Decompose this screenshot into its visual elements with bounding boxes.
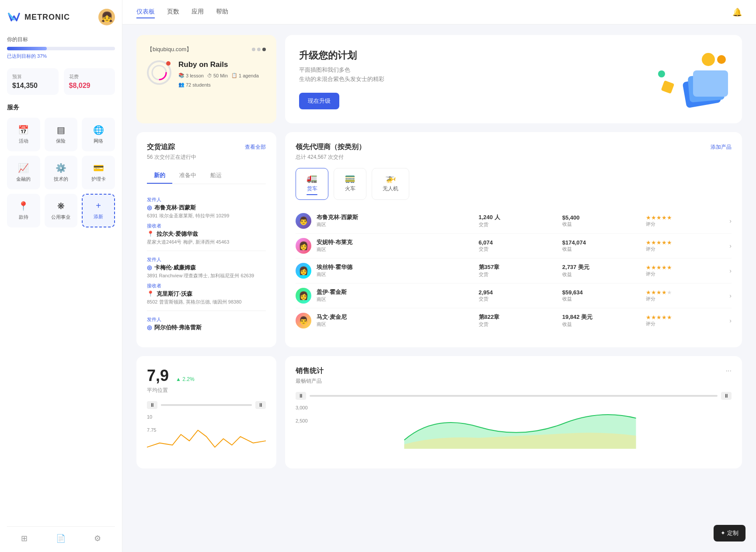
dealer-rev-label-3: 收益 [562,271,641,278]
service-icon-huodong: 📅 [18,125,29,135]
shipment-sender-label-1: 发件人 [147,196,266,203]
shipment-sender-name-2: ◎ 卡梅伦·威廉姆森 [147,264,266,272]
nav-pages[interactable]: 页数 [167,6,179,18]
shipment-sender-name-3: ◎ 阿尔伯特·弗洛雷斯 [147,324,266,332]
course-ring-icon [150,64,168,81]
service-item-jishu[interactable]: ⚙️ 技术的 [45,156,78,189]
dealer-txn-val-4: 2,954 [479,289,557,296]
dealer-txn-3: 第357章 交货 [479,263,557,278]
dealer-arrow-4[interactable]: › [729,292,732,299]
upgrade-desc: 平面插图和我们多色 生动的未混合紫色头发女士的精彩 [299,66,384,84]
goal-pct-text: 已达到目标的 37% [7,53,115,59]
shipment-list: 发件人 ◎ 布鲁克林·西蒙斯 6391 埃尔金圣塞莱斯, 特拉华州 10299 … [147,191,266,337]
shipment-subtitle: 56 次交付正在进行中 [147,154,266,161]
course-card: 【biqubiqu.com】 [136,35,276,123]
dealer-region-1: 南区 [317,221,474,228]
goal-label: 你的目标 [7,36,115,43]
dealer-rating-5: ★★★★★ 评分 [646,314,724,327]
dealer-txn-label-5: 交货 [479,321,557,328]
cat-tab-truck[interactable]: 🚛 货车 [296,168,328,200]
service-item-add[interactable]: + 添新 [82,194,115,227]
nav-dashboard[interactable]: 仪表板 [136,6,155,18]
service-icon-wangluo: 🌐 [93,125,104,135]
service-label-wangluo: 网络 [94,138,103,144]
sales-more-icon[interactable]: ··· [726,367,732,375]
notification-icon[interactable]: 🔔 [732,7,742,17]
row-2: 交货追踪 查看全部 56 次交付正在进行中 新的 准备中 船运 发件人 ◎ 布鲁… [136,132,742,347]
dealer-arrow-2[interactable]: › [729,242,732,249]
dealer-txn-val-3: 第357章 [479,263,557,271]
drone-icon: 🚁 [385,173,396,183]
dealer-txn-label-4: 交货 [479,296,557,302]
cat-tab-train[interactable]: 🚃 火车 [334,168,366,200]
avatar[interactable]: 👧 [98,9,115,25]
budget-value: $14,350 [12,82,53,90]
service-item-hulika[interactable]: 💳 护理卡 [82,156,115,189]
dot-3 [262,48,266,51]
budget-label: 预算 [12,73,53,80]
cat-tab-drone[interactable]: 🚁 无人机 [372,168,409,200]
shipment-entry-2: 发件人 ◎ 卡梅伦·威廉姆森 3891 Ranchview 理查森博士, 加利福… [147,251,266,311]
dealer-rev-label-4: 收益 [562,296,641,302]
service-item-jinrong[interactable]: 📈 金融的 [7,156,40,189]
customize-button[interactable]: ✦ 定制 [714,525,746,542]
course-icon-dot [166,61,171,66]
shipment-sender-label-3: 发件人 [147,316,266,323]
cat-label-drone: 无人机 [383,185,398,192]
stat-slider[interactable] [161,404,252,406]
course-card-header: 【biqubiqu.com】 [147,45,266,53]
dealer-rev-label-5: 收益 [562,321,641,328]
logo-area: METRONIC [7,10,70,24]
dealer-arrow-3[interactable]: › [729,267,732,274]
dealer-arrow-5[interactable]: › [729,317,732,324]
dealer-rev-val-2: $174,074 [562,239,641,246]
logo-icon [7,10,21,24]
service-item-huodong[interactable]: 📅 活动 [7,118,40,151]
service-item-wangluo[interactable]: 🌐 网络 [82,118,115,151]
settings-icon[interactable]: ⚙ [94,534,101,543]
stat-value-row: 7,9 ▲ 2.2% [147,367,266,385]
sales-slider[interactable] [310,395,718,397]
shipment-receiver-addr-2: 8502 普雷斯顿路, 英格尔伍德, 缅因州 98380 [147,299,266,305]
shipment-receiver-label-2: 接收者 [147,283,266,289]
expense-label: 花费 [69,73,110,80]
progress-bar-bg [7,47,115,50]
dealer-arrow-1[interactable]: › [729,217,732,224]
tab-new[interactable]: 新的 [147,168,172,184]
dealer-txn-label-2: 交货 [479,246,557,252]
stat-chart-svg [147,421,266,456]
service-label-daiyu: 款待 [19,214,28,220]
service-label-huodong: 活动 [19,138,28,144]
shipment-sender-addr-2: 3891 Ranchview 理查森博士, 加利福尼亚州 62639 [147,273,266,279]
nav-apps[interactable]: 应用 [192,6,204,18]
service-label-baoxian: 保险 [56,138,66,144]
upgrade-button[interactable]: 现在升级 [299,93,339,109]
sales-chart-svg [296,405,732,449]
course-dots [252,48,266,51]
tab-preparing[interactable]: 准备中 [172,168,203,184]
dealer-row-4: 👩 盖伊·霍金斯 南区 2,954 交货 $59,634 收益 [296,283,732,308]
logo-text: METRONIC [24,13,70,22]
shipment-view-all[interactable]: 查看全部 [245,143,266,151]
truck-icon: 🚛 [307,173,317,183]
course-agenda: 📋 1 agenda [231,73,259,78]
service-item-baoxian[interactable]: ▤ 保险 [45,118,78,151]
tab-shipping[interactable]: 船运 [203,168,229,184]
dealers-add-button[interactable]: 添加产品 [711,143,732,151]
upgrade-title: 升级您的计划 [299,49,384,62]
train-icon: 🚃 [345,173,355,183]
service-item-gongyong[interactable]: ❋ 公用事业 [45,194,78,227]
file-icon[interactable]: 📄 [56,534,66,543]
service-label-jishu: 技术的 [54,176,68,182]
sales-header: 销售统计 ··· [296,367,732,376]
sidebar-header: METRONIC 👧 [7,9,115,25]
layers-icon[interactable]: ⊞ [21,534,28,543]
dealer-rev-1: $5,400 收益 [562,214,641,227]
dealer-avatar-2: 👩 [296,238,311,254]
dealer-rev-2: $174,074 收益 [562,239,641,252]
sales-chart: 3,000 2,500 [296,405,732,450]
course-duration: ⏱ 50 Min [207,73,228,78]
dealer-row-5: 👨 马文·麦金尼 南区 第822章 交货 19,842 美元 收益 [296,308,732,333]
nav-help[interactable]: 帮助 [216,6,228,18]
service-item-daiyu[interactable]: 📍 款待 [7,194,40,227]
